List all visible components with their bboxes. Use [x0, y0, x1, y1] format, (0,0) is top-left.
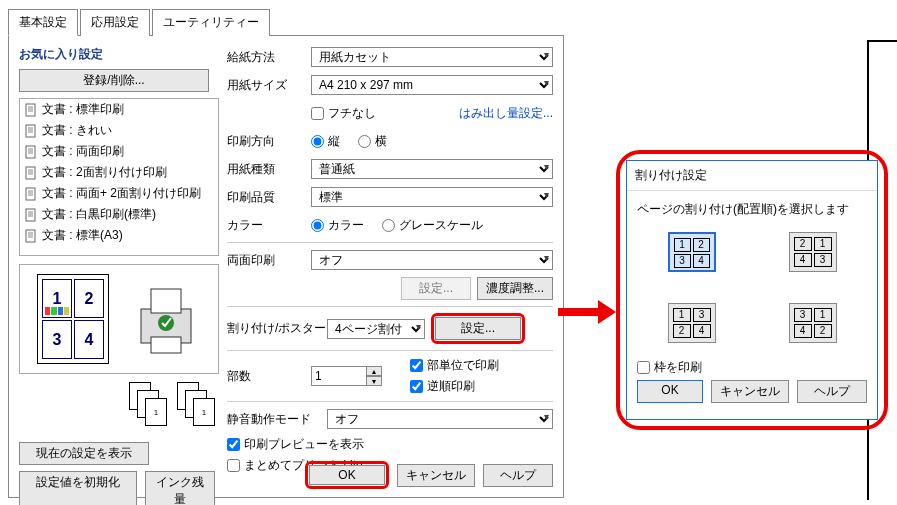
svg-point-10: [158, 315, 174, 331]
layout-select[interactable]: 4ページ割付: [327, 319, 425, 339]
tab-advanced[interactable]: 応用設定: [80, 9, 150, 36]
ink-level-button[interactable]: インク残量: [145, 471, 215, 505]
tab-bar: 基本設定 応用設定 ユーティリティー: [8, 8, 564, 36]
bleed-settings-link[interactable]: はみ出し量設定...: [376, 105, 553, 122]
paper-size-label: 用紙サイズ: [227, 77, 311, 94]
quality-select[interactable]: 標準: [311, 187, 553, 207]
favorites-list-item[interactable]: 文書 : 両面印刷: [20, 141, 218, 162]
page-order-option-1[interactable]: 1234: [668, 232, 716, 272]
dialog-button-row: OK キャンセル ヘルプ: [305, 461, 553, 489]
document-icon: [24, 124, 38, 138]
favorites-item-label: 文書 : 2面割り付け印刷: [42, 164, 167, 181]
collate-checkbox[interactable]: 部単位で印刷: [410, 357, 553, 374]
layout-poster-label: 割り付け/ポスター: [227, 320, 327, 337]
favorites-list-item[interactable]: 文書 : 標準(A3): [20, 225, 218, 246]
document-icon: [24, 145, 38, 159]
svg-rect-5: [26, 209, 35, 221]
orientation-landscape-radio[interactable]: 横: [358, 133, 387, 150]
duplex-label: 両面印刷: [227, 252, 311, 269]
page-order-grid: 1234 2143 1324 3142: [637, 218, 867, 359]
favorites-list-item[interactable]: 文書 : 標準印刷: [20, 99, 218, 120]
reverse-order-checkbox[interactable]: 逆順印刷: [410, 378, 553, 395]
layout-order-dialog: 割り付け設定 ページの割り付け(配置順)を選択します 1234 2143 132…: [626, 160, 878, 420]
favorites-list-item[interactable]: 文書 : きれい: [20, 120, 218, 141]
dialog-ok-button[interactable]: OK: [637, 380, 703, 403]
copies-label: 部数: [227, 368, 311, 385]
document-icon: [24, 229, 38, 243]
borderless-checkbox[interactable]: フチなし: [311, 105, 376, 122]
document-icon: [24, 187, 38, 201]
svg-rect-6: [26, 230, 35, 242]
copies-input[interactable]: [311, 366, 367, 386]
favorites-list-item[interactable]: 文書 : 白黒印刷(標準): [20, 204, 218, 225]
tab-basic[interactable]: 基本設定: [8, 9, 78, 36]
layout-dialog-title: 割り付け設定: [627, 161, 877, 191]
print-preview-checkbox[interactable]: 印刷プレビューを表示: [227, 436, 553, 453]
layout-settings-highlight: 設定...: [431, 313, 525, 344]
quality-label: 印刷品質: [227, 189, 311, 206]
page-order-option-2[interactable]: 2143: [789, 232, 837, 272]
svg-rect-9: [151, 337, 181, 353]
paper-size-select[interactable]: A4 210 x 297 mm: [311, 75, 553, 95]
layout-dialog-highlight: 割り付け設定 ページの割り付け(配置順)を選択します 1234 2143 132…: [616, 150, 888, 430]
ok-button[interactable]: OK: [309, 465, 385, 485]
dialog-help-button[interactable]: ヘルプ: [797, 380, 867, 403]
dialog-cancel-button[interactable]: キャンセル: [711, 380, 789, 403]
orientation-portrait-radio[interactable]: 縦: [311, 133, 340, 150]
grayscale-radio[interactable]: グレースケール: [382, 217, 483, 234]
favorites-column: お気に入り設定 登録/削除... 文書 : 標準印刷文書 : きれい文書 : 両…: [19, 46, 219, 487]
collate-icon-2: 321: [177, 382, 219, 436]
printer-icon: [131, 279, 201, 359]
page-order-option-3[interactable]: 1324: [668, 303, 716, 343]
paper-type-select[interactable]: 普通紙: [311, 159, 553, 179]
color-label: カラー: [227, 217, 311, 234]
copies-up-button[interactable]: ▲: [366, 366, 382, 376]
document-icon: [24, 208, 38, 222]
duplex-select[interactable]: オフ: [311, 250, 553, 270]
favorites-title: お気に入り設定: [19, 46, 219, 63]
svg-rect-3: [26, 167, 35, 179]
document-icon: [24, 103, 38, 117]
copies-down-button[interactable]: ▼: [366, 376, 382, 386]
svg-rect-4: [26, 188, 35, 200]
ok-highlight: OK: [305, 461, 389, 489]
svg-rect-1: [26, 125, 35, 137]
quiet-mode-select[interactable]: オフ: [327, 409, 553, 429]
svg-rect-8: [151, 289, 181, 313]
show-current-settings-button[interactable]: 現在の設定を表示: [19, 442, 149, 465]
favorites-item-label: 文書 : 白黒印刷(標準): [42, 206, 156, 223]
density-adjust-button[interactable]: 濃度調整...: [477, 277, 553, 300]
collate-icon-1: 111: [129, 382, 171, 436]
favorites-item-label: 文書 : 両面+ 2面割り付け印刷: [42, 185, 201, 202]
favorites-item-label: 文書 : 両面印刷: [42, 143, 124, 160]
layout-dialog-instruction: ページの割り付け(配置順)を選択します: [637, 201, 867, 218]
page-order-option-4[interactable]: 3142: [789, 303, 837, 343]
register-delete-button[interactable]: 登録/削除...: [19, 69, 209, 92]
copies-spinner[interactable]: ▲▼: [311, 366, 382, 386]
favorites-item-label: 文書 : 標準印刷: [42, 101, 124, 118]
favorites-list[interactable]: 文書 : 標準印刷文書 : きれい文書 : 両面印刷文書 : 2面割り付け印刷文…: [19, 98, 219, 256]
preview-sheet: 1 2 3 4: [37, 274, 109, 364]
layout-preview-box: 1 2 3 4: [19, 264, 219, 374]
duplex-settings-button: 設定...: [401, 277, 471, 300]
cancel-button[interactable]: キャンセル: [397, 464, 475, 487]
paper-type-label: 用紙種類: [227, 161, 311, 178]
print-frame-checkbox[interactable]: 枠を印刷: [637, 359, 867, 376]
settings-form: 給紙方法 用紙カセット 用紙サイズ A4 210 x 297 mm フチなし は…: [219, 46, 553, 487]
favorites-item-label: 文書 : きれい: [42, 122, 112, 139]
help-button[interactable]: ヘルプ: [483, 464, 553, 487]
favorites-list-item[interactable]: 文書 : 2面割り付け印刷: [20, 162, 218, 183]
print-settings-main-panel: 基本設定 応用設定 ユーティリティー お気に入り設定 登録/削除... 文書 :…: [8, 8, 564, 505]
document-icon: [24, 166, 38, 180]
layout-settings-button[interactable]: 設定...: [435, 317, 521, 340]
paper-source-label: 給紙方法: [227, 49, 311, 66]
favorites-item-label: 文書 : 標準(A3): [42, 227, 123, 244]
orientation-label: 印刷方向: [227, 133, 311, 150]
quiet-mode-label: 静音動作モード: [227, 411, 327, 428]
color-radio[interactable]: カラー: [311, 217, 364, 234]
reset-settings-button[interactable]: 設定値を初期化: [19, 471, 137, 505]
tab-utility[interactable]: ユーティリティー: [152, 9, 270, 36]
paper-source-select[interactable]: 用紙カセット: [311, 47, 553, 67]
favorites-list-item[interactable]: 文書 : 両面+ 2面割り付け印刷: [20, 183, 218, 204]
svg-rect-2: [26, 146, 35, 158]
